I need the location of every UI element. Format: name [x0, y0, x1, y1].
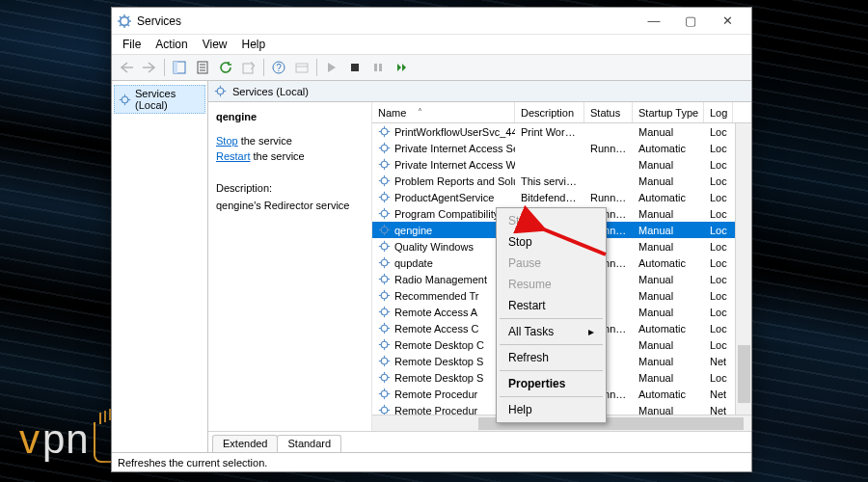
stop-suffix: the service: [238, 135, 292, 147]
cell-logon: Loc: [704, 191, 733, 204]
svg-point-83: [381, 292, 388, 299]
start-icon: [321, 57, 342, 78]
cell-name: Problem Reports and Soluti…: [372, 174, 515, 188]
tree-item-services-local[interactable]: Services (Local): [114, 85, 205, 114]
tab-standard[interactable]: Standard: [277, 435, 341, 452]
svg-rect-10: [174, 62, 177, 73]
cell-startup: Manual: [633, 158, 704, 172]
cell-startup: Automatic: [633, 142, 704, 155]
svg-point-28: [217, 88, 224, 94]
cell-startup: Automatic: [633, 256, 704, 270]
gear-icon: [378, 289, 391, 302]
menu-view[interactable]: View: [196, 36, 234, 53]
close-button[interactable]: ✕: [709, 11, 746, 32]
service-row[interactable]: Private Internet Access Wire…ManualLoc: [372, 156, 751, 173]
help-button[interactable]: ?: [268, 57, 289, 78]
cell-logon: Loc: [704, 289, 733, 303]
cell-name: Program Compatibility Assi…: [372, 206, 515, 221]
restart-suffix: the service: [250, 150, 304, 162]
svg-point-63: [381, 227, 388, 233]
svg-point-33: [381, 128, 388, 135]
minimize-button[interactable]: —: [636, 11, 672, 32]
service-row[interactable]: ProductAgentServiceBitdefender …RunningA…: [372, 189, 751, 205]
gear-icon: [378, 306, 391, 318]
col-name[interactable]: Name: [372, 102, 515, 122]
col-status[interactable]: Status: [584, 102, 633, 122]
cell-startup: Manual: [633, 273, 704, 286]
cell-startup: Manual: [633, 355, 704, 368]
description-text: qengine's Redirector service: [216, 199, 364, 213]
maximize-button[interactable]: ▢: [672, 11, 709, 32]
chevron-right-icon: ▸: [588, 325, 594, 338]
cell-startup: Manual: [633, 125, 704, 139]
cell-logon: Loc: [704, 174, 733, 188]
tree-pane: Services (Local): [112, 81, 208, 452]
service-row[interactable]: Private Internet Access Servi…RunningAut…: [372, 140, 751, 156]
cell-name: Remote Desktop S: [372, 354, 515, 368]
window-title: Services: [137, 14, 636, 28]
cell-logon: Loc: [704, 256, 733, 270]
gear-icon: [378, 371, 391, 384]
cell-name: qengine: [372, 223, 515, 237]
menu-item-stop[interactable]: Stop: [499, 231, 604, 253]
properties-button[interactable]: [192, 57, 213, 78]
menu-item-restart[interactable]: Restart: [499, 295, 604, 316]
vertical-scrollbar[interactable]: [735, 123, 751, 415]
svg-point-48: [381, 177, 388, 184]
services-window: Services — ▢ ✕ File Action View Help ?: [111, 7, 752, 472]
cell-desc: Bitdefender …: [515, 191, 584, 204]
cell-startup: Manual: [633, 224, 704, 237]
stop-icon[interactable]: [344, 57, 366, 78]
titlebar[interactable]: Services — ▢ ✕: [112, 8, 751, 35]
cell-logon: Loc: [704, 322, 733, 335]
cell-status: [584, 180, 633, 182]
tree-item-label: Services (Local): [135, 88, 201, 111]
svg-rect-21: [374, 64, 377, 71]
cell-name: qupdate: [372, 255, 515, 270]
statusbar: Refreshes the current selection.: [112, 452, 751, 471]
service-row[interactable]: Problem Reports and Soluti…This service …: [372, 173, 751, 189]
gear-icon: [378, 338, 391, 351]
menu-item-properties[interactable]: Properties: [499, 373, 604, 394]
cell-logon: Loc: [704, 224, 733, 237]
restart-link[interactable]: Restart: [216, 150, 250, 162]
cell-name: Private Internet Access Wire…: [372, 157, 515, 172]
description-label: Description:: [216, 181, 364, 196]
svg-text:?: ?: [276, 63, 282, 73]
back-button: [116, 57, 137, 78]
statusbar-text: Refreshes the current selection.: [118, 457, 267, 469]
col-logon[interactable]: Log: [704, 102, 733, 122]
svg-point-93: [381, 325, 388, 332]
menu-help[interactable]: Help: [235, 36, 273, 53]
menu-item-help[interactable]: Help: [499, 399, 604, 420]
scrollbar-thumb[interactable]: [738, 345, 750, 403]
svg-point-23: [122, 96, 128, 103]
svg-point-68: [381, 243, 388, 250]
menu-item-all-tasks[interactable]: All Tasks▸: [499, 321, 604, 342]
menu-action[interactable]: Action: [149, 36, 194, 53]
gear-icon: [378, 240, 391, 253]
col-startup[interactable]: Startup Type: [633, 102, 704, 122]
cell-logon: Loc: [704, 273, 733, 286]
gear-icon: [378, 142, 391, 154]
col-description[interactable]: Description: [515, 102, 584, 122]
svg-point-43: [381, 161, 388, 168]
cell-startup: Manual: [633, 207, 704, 221]
menu-item-refresh[interactable]: Refresh: [499, 347, 604, 368]
cell-logon: Net: [704, 388, 733, 401]
toolbar-button[interactable]: [169, 57, 190, 78]
gear-icon: [378, 125, 391, 138]
gear-icon: [378, 388, 391, 400]
menu-file[interactable]: File: [116, 36, 148, 53]
restart-icon[interactable]: [391, 57, 412, 78]
svg-line-7: [120, 24, 122, 26]
cell-desc: [515, 164, 584, 166]
cell-name: PrintWorkflowUserSvc_442b7: [372, 124, 515, 139]
tab-extended[interactable]: Extended: [212, 435, 278, 452]
cell-name: Private Internet Access Servi…: [372, 141, 515, 155]
refresh-button[interactable]: [215, 57, 236, 78]
cell-name: Remote Access A: [372, 305, 515, 319]
service-row[interactable]: PrintWorkflowUserSvc_442b7Print Workfl…M…: [372, 123, 751, 140]
details-pane: qengine Stop the service Restart the ser…: [208, 102, 372, 431]
stop-link[interactable]: Stop: [216, 135, 238, 147]
